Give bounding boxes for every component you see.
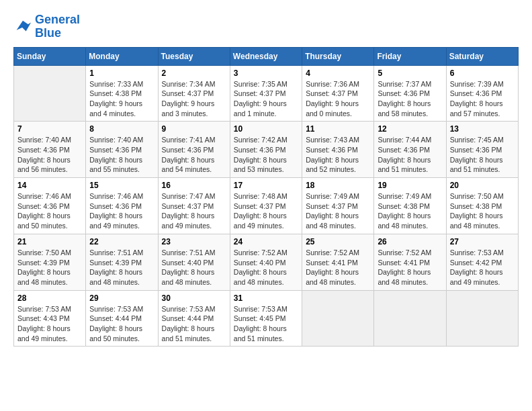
day-number: 28 (17, 293, 82, 303)
calendar-cell: 11Sunrise: 7:43 AM Sunset: 4:36 PM Dayli… (302, 122, 374, 178)
day-info: Sunrise: 7:43 AM Sunset: 4:36 PM Dayligh… (306, 135, 370, 175)
day-number: 9 (162, 124, 226, 134)
calendar-cell: 12Sunrise: 7:44 AM Sunset: 4:36 PM Dayli… (374, 122, 446, 178)
logo-text: GeneralBlue (35, 13, 80, 40)
day-number: 13 (450, 124, 515, 134)
calendar-cell: 23Sunrise: 7:51 AM Sunset: 4:40 PM Dayli… (158, 234, 230, 290)
calendar-cell: 18Sunrise: 7:49 AM Sunset: 4:37 PM Dayli… (302, 178, 374, 234)
day-info: Sunrise: 7:49 AM Sunset: 4:37 PM Dayligh… (306, 191, 370, 231)
logo-icon (13, 17, 32, 36)
logo: GeneralBlue (13, 13, 80, 40)
calendar-cell: 30Sunrise: 7:53 AM Sunset: 4:44 PM Dayli… (158, 290, 230, 347)
day-info: Sunrise: 7:36 AM Sunset: 4:37 PM Dayligh… (306, 79, 370, 119)
day-number: 22 (89, 237, 154, 246)
day-number: 21 (17, 237, 82, 246)
day-number: 7 (17, 124, 82, 134)
day-number: 23 (162, 237, 226, 246)
day-number: 29 (89, 293, 154, 303)
day-info: Sunrise: 7:44 AM Sunset: 4:36 PM Dayligh… (378, 135, 442, 175)
day-number: 3 (234, 68, 298, 78)
day-number: 27 (450, 237, 515, 246)
day-info: Sunrise: 7:41 AM Sunset: 4:36 PM Dayligh… (162, 135, 226, 175)
calendar-cell: 2Sunrise: 7:34 AM Sunset: 4:37 PM Daylig… (158, 65, 230, 122)
calendar-cell: 20Sunrise: 7:50 AM Sunset: 4:38 PM Dayli… (446, 178, 518, 234)
day-info: Sunrise: 7:49 AM Sunset: 4:38 PM Dayligh… (378, 191, 442, 231)
day-number: 20 (450, 181, 515, 190)
day-number: 14 (17, 181, 82, 190)
day-info: Sunrise: 7:50 AM Sunset: 4:38 PM Dayligh… (450, 191, 515, 231)
day-info: Sunrise: 7:53 AM Sunset: 4:44 PM Dayligh… (89, 304, 154, 344)
day-header-monday: Monday (86, 47, 158, 65)
calendar-cell: 17Sunrise: 7:48 AM Sunset: 4:37 PM Dayli… (230, 178, 302, 234)
calendar-cell: 27Sunrise: 7:53 AM Sunset: 4:42 PM Dayli… (446, 234, 518, 290)
calendar-cell: 4Sunrise: 7:36 AM Sunset: 4:37 PM Daylig… (302, 65, 374, 122)
calendar-cell: 14Sunrise: 7:46 AM Sunset: 4:36 PM Dayli… (14, 178, 86, 234)
day-info: Sunrise: 7:50 AM Sunset: 4:39 PM Dayligh… (17, 248, 82, 287)
day-info: Sunrise: 7:46 AM Sunset: 4:36 PM Dayligh… (89, 191, 154, 231)
calendar-cell: 3Sunrise: 7:35 AM Sunset: 4:37 PM Daylig… (230, 65, 302, 122)
day-number: 16 (162, 181, 226, 190)
day-number: 15 (89, 181, 154, 190)
calendar-cell: 6Sunrise: 7:39 AM Sunset: 4:36 PM Daylig… (446, 65, 518, 122)
page-header: GeneralBlue (13, 13, 519, 40)
day-info: Sunrise: 7:53 AM Sunset: 4:45 PM Dayligh… (234, 304, 298, 344)
calendar-cell: 1Sunrise: 7:33 AM Sunset: 4:38 PM Daylig… (86, 65, 158, 122)
day-number: 25 (306, 237, 370, 246)
calendar-week-row: 14Sunrise: 7:46 AM Sunset: 4:36 PM Dayli… (14, 178, 519, 234)
day-info: Sunrise: 7:34 AM Sunset: 4:37 PM Dayligh… (162, 79, 226, 119)
day-info: Sunrise: 7:52 AM Sunset: 4:40 PM Dayligh… (234, 248, 298, 287)
calendar-cell (374, 290, 446, 347)
calendar-cell: 15Sunrise: 7:46 AM Sunset: 4:36 PM Dayli… (86, 178, 158, 234)
day-info: Sunrise: 7:53 AM Sunset: 4:43 PM Dayligh… (17, 304, 82, 344)
calendar-cell: 10Sunrise: 7:42 AM Sunset: 4:36 PM Dayli… (230, 122, 302, 178)
day-number: 24 (234, 237, 298, 246)
day-info: Sunrise: 7:45 AM Sunset: 4:36 PM Dayligh… (450, 135, 515, 175)
calendar-week-row: 28Sunrise: 7:53 AM Sunset: 4:43 PM Dayli… (14, 290, 519, 347)
day-header-sunday: Sunday (14, 47, 86, 65)
calendar-week-row: 21Sunrise: 7:50 AM Sunset: 4:39 PM Dayli… (14, 234, 519, 290)
calendar-header-row: SundayMondayTuesdayWednesdayThursdayFrid… (14, 47, 519, 65)
day-number: 12 (378, 124, 442, 134)
calendar-cell: 5Sunrise: 7:37 AM Sunset: 4:36 PM Daylig… (374, 65, 446, 122)
day-info: Sunrise: 7:46 AM Sunset: 4:36 PM Dayligh… (17, 191, 82, 231)
day-info: Sunrise: 7:40 AM Sunset: 4:36 PM Dayligh… (89, 135, 154, 175)
day-number: 4 (306, 68, 370, 78)
day-header-saturday: Saturday (446, 47, 518, 65)
day-number: 30 (162, 293, 226, 303)
day-number: 18 (306, 181, 370, 190)
day-header-thursday: Thursday (302, 47, 374, 65)
calendar-cell: 7Sunrise: 7:40 AM Sunset: 4:36 PM Daylig… (14, 122, 86, 178)
day-info: Sunrise: 7:51 AM Sunset: 4:40 PM Dayligh… (162, 248, 226, 287)
day-info: Sunrise: 7:47 AM Sunset: 4:37 PM Dayligh… (162, 191, 226, 231)
day-number: 17 (234, 181, 298, 190)
calendar-cell: 9Sunrise: 7:41 AM Sunset: 4:36 PM Daylig… (158, 122, 230, 178)
calendar-week-row: 1Sunrise: 7:33 AM Sunset: 4:38 PM Daylig… (14, 65, 519, 122)
calendar-cell (14, 65, 86, 122)
day-header-tuesday: Tuesday (158, 47, 230, 65)
day-number: 1 (89, 68, 154, 78)
day-info: Sunrise: 7:48 AM Sunset: 4:37 PM Dayligh… (234, 191, 298, 231)
calendar-week-row: 7Sunrise: 7:40 AM Sunset: 4:36 PM Daylig… (14, 122, 519, 178)
svg-marker-0 (17, 20, 31, 31)
calendar-cell: 28Sunrise: 7:53 AM Sunset: 4:43 PM Dayli… (14, 290, 86, 347)
day-info: Sunrise: 7:39 AM Sunset: 4:36 PM Dayligh… (450, 79, 515, 119)
calendar-cell: 29Sunrise: 7:53 AM Sunset: 4:44 PM Dayli… (86, 290, 158, 347)
calendar-cell: 22Sunrise: 7:51 AM Sunset: 4:39 PM Dayli… (86, 234, 158, 290)
day-number: 6 (450, 68, 515, 78)
calendar-cell: 13Sunrise: 7:45 AM Sunset: 4:36 PM Dayli… (446, 122, 518, 178)
day-number: 10 (234, 124, 298, 134)
day-info: Sunrise: 7:53 AM Sunset: 4:42 PM Dayligh… (450, 248, 515, 287)
day-info: Sunrise: 7:35 AM Sunset: 4:37 PM Dayligh… (234, 79, 298, 119)
calendar-cell (302, 290, 374, 347)
day-header-wednesday: Wednesday (230, 47, 302, 65)
calendar-cell: 25Sunrise: 7:52 AM Sunset: 4:41 PM Dayli… (302, 234, 374, 290)
calendar-cell: 24Sunrise: 7:52 AM Sunset: 4:40 PM Dayli… (230, 234, 302, 290)
calendar-cell: 21Sunrise: 7:50 AM Sunset: 4:39 PM Dayli… (14, 234, 86, 290)
day-info: Sunrise: 7:37 AM Sunset: 4:36 PM Dayligh… (378, 79, 442, 119)
day-number: 26 (378, 237, 442, 246)
day-number: 31 (234, 293, 298, 303)
calendar-cell: 31Sunrise: 7:53 AM Sunset: 4:45 PM Dayli… (230, 290, 302, 347)
calendar-cell: 8Sunrise: 7:40 AM Sunset: 4:36 PM Daylig… (86, 122, 158, 178)
day-header-friday: Friday (374, 47, 446, 65)
day-info: Sunrise: 7:40 AM Sunset: 4:36 PM Dayligh… (17, 135, 82, 175)
